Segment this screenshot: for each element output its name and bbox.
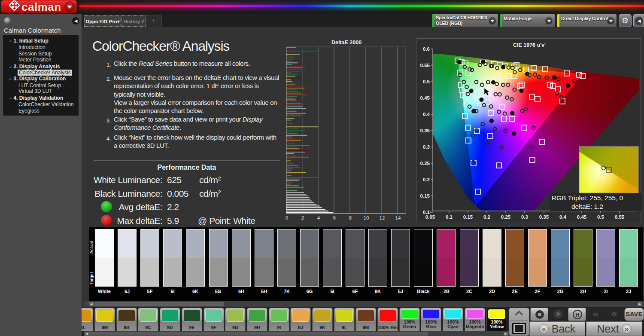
svg-text:0.55: 0.55 [615,214,625,220]
svg-text:0.5: 0.5 [597,214,605,220]
svg-text:0.35: 0.35 [539,214,549,220]
svg-text:0.35: 0.35 [420,128,430,133]
svg-text:0.4: 0.4 [559,214,567,220]
svg-text:0.15: 0.15 [463,214,473,220]
svg-text:0.55: 0.55 [420,63,430,68]
svg-text:⟳: ⟳ [612,311,617,318]
svg-text:0.15: 0.15 [420,193,430,199]
svg-text:0.3: 0.3 [423,144,430,150]
svg-text:0.1: 0.1 [446,214,453,220]
svg-text:0.3: 0.3 [521,214,528,220]
svg-text:deltaE: 1.2: deltaE: 1.2 [571,203,603,210]
svg-text:0.05: 0.05 [425,214,435,220]
svg-text:0.6: 0.6 [423,46,430,52]
svg-text:0.45: 0.45 [577,214,587,220]
svg-text:0.45: 0.45 [420,95,430,101]
svg-text:0.25: 0.25 [501,214,511,220]
svg-text:RGB Triplet: 255, 255, 0: RGB Triplet: 255, 255, 0 [552,194,623,202]
svg-text:CIE 1976 u'v': CIE 1976 u'v' [513,42,546,48]
svg-text:0.2: 0.2 [423,177,430,182]
svg-text:0.2: 0.2 [483,214,490,220]
svg-text:0.4: 0.4 [423,112,430,117]
svg-text:H: H [575,312,579,318]
svg-text:0.5: 0.5 [423,79,430,84]
svg-text:0.25: 0.25 [420,161,430,166]
svg-text:∞: ∞ [593,310,598,318]
